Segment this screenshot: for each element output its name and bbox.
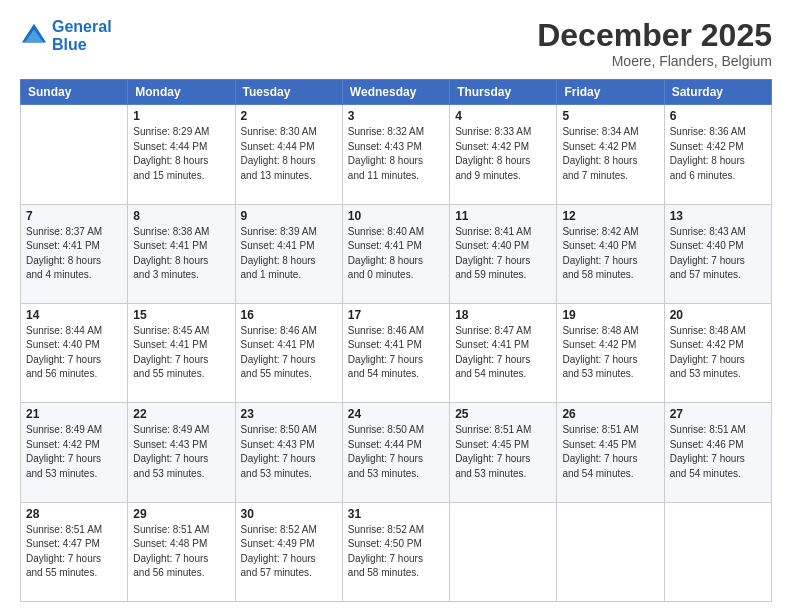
calendar-cell: 5Sunrise: 8:34 AM Sunset: 4:42 PM Daylig… [557,105,664,204]
day-detail: Sunrise: 8:51 AM Sunset: 4:45 PM Dayligh… [455,423,551,481]
day-detail: Sunrise: 8:44 AM Sunset: 4:40 PM Dayligh… [26,324,122,382]
logo-line1: General [52,18,112,36]
week-row-0: 1Sunrise: 8:29 AM Sunset: 4:44 PM Daylig… [21,105,772,204]
calendar-cell [450,502,557,601]
day-number: 16 [241,308,337,322]
day-number: 25 [455,407,551,421]
day-detail: Sunrise: 8:36 AM Sunset: 4:42 PM Dayligh… [670,125,766,183]
day-detail: Sunrise: 8:43 AM Sunset: 4:40 PM Dayligh… [670,225,766,283]
day-detail: Sunrise: 8:51 AM Sunset: 4:47 PM Dayligh… [26,523,122,581]
calendar-cell: 14Sunrise: 8:44 AM Sunset: 4:40 PM Dayli… [21,303,128,402]
day-number: 3 [348,109,444,123]
day-number: 9 [241,209,337,223]
day-number: 13 [670,209,766,223]
day-detail: Sunrise: 8:38 AM Sunset: 4:41 PM Dayligh… [133,225,229,283]
day-number: 22 [133,407,229,421]
day-detail: Sunrise: 8:34 AM Sunset: 4:42 PM Dayligh… [562,125,658,183]
day-number: 2 [241,109,337,123]
calendar-cell [21,105,128,204]
day-number: 8 [133,209,229,223]
day-detail: Sunrise: 8:32 AM Sunset: 4:43 PM Dayligh… [348,125,444,183]
day-number: 26 [562,407,658,421]
day-detail: Sunrise: 8:51 AM Sunset: 4:48 PM Dayligh… [133,523,229,581]
day-detail: Sunrise: 8:46 AM Sunset: 4:41 PM Dayligh… [241,324,337,382]
day-detail: Sunrise: 8:51 AM Sunset: 4:46 PM Dayligh… [670,423,766,481]
day-number: 5 [562,109,658,123]
logo-line2: Blue [52,36,112,54]
calendar-cell: 6Sunrise: 8:36 AM Sunset: 4:42 PM Daylig… [664,105,771,204]
day-detail: Sunrise: 8:48 AM Sunset: 4:42 PM Dayligh… [670,324,766,382]
calendar-cell: 21Sunrise: 8:49 AM Sunset: 4:42 PM Dayli… [21,403,128,502]
day-number: 31 [348,507,444,521]
day-detail: Sunrise: 8:30 AM Sunset: 4:44 PM Dayligh… [241,125,337,183]
calendar-cell: 7Sunrise: 8:37 AM Sunset: 4:41 PM Daylig… [21,204,128,303]
calendar-cell: 2Sunrise: 8:30 AM Sunset: 4:44 PM Daylig… [235,105,342,204]
calendar-cell: 22Sunrise: 8:49 AM Sunset: 4:43 PM Dayli… [128,403,235,502]
calendar-cell: 9Sunrise: 8:39 AM Sunset: 4:41 PM Daylig… [235,204,342,303]
day-number: 4 [455,109,551,123]
calendar-cell: 12Sunrise: 8:42 AM Sunset: 4:40 PM Dayli… [557,204,664,303]
day-detail: Sunrise: 8:50 AM Sunset: 4:44 PM Dayligh… [348,423,444,481]
day-number: 11 [455,209,551,223]
day-detail: Sunrise: 8:50 AM Sunset: 4:43 PM Dayligh… [241,423,337,481]
calendar-cell: 31Sunrise: 8:52 AM Sunset: 4:50 PM Dayli… [342,502,449,601]
day-number: 7 [26,209,122,223]
day-detail: Sunrise: 8:37 AM Sunset: 4:41 PM Dayligh… [26,225,122,283]
day-detail: Sunrise: 8:52 AM Sunset: 4:49 PM Dayligh… [241,523,337,581]
day-detail: Sunrise: 8:39 AM Sunset: 4:41 PM Dayligh… [241,225,337,283]
calendar-cell [557,502,664,601]
day-number: 21 [26,407,122,421]
weekday-header-monday: Monday [128,80,235,105]
calendar-cell: 18Sunrise: 8:47 AM Sunset: 4:41 PM Dayli… [450,303,557,402]
day-detail: Sunrise: 8:49 AM Sunset: 4:42 PM Dayligh… [26,423,122,481]
header: General Blue December 2025 Moere, Flande… [20,18,772,69]
day-number: 12 [562,209,658,223]
calendar-cell: 27Sunrise: 8:51 AM Sunset: 4:46 PM Dayli… [664,403,771,502]
calendar-cell: 4Sunrise: 8:33 AM Sunset: 4:42 PM Daylig… [450,105,557,204]
weekday-header-sunday: Sunday [21,80,128,105]
calendar-cell: 17Sunrise: 8:46 AM Sunset: 4:41 PM Dayli… [342,303,449,402]
calendar-cell: 3Sunrise: 8:32 AM Sunset: 4:43 PM Daylig… [342,105,449,204]
day-detail: Sunrise: 8:29 AM Sunset: 4:44 PM Dayligh… [133,125,229,183]
main-title: December 2025 [537,18,772,53]
weekday-header-wednesday: Wednesday [342,80,449,105]
week-row-1: 7Sunrise: 8:37 AM Sunset: 4:41 PM Daylig… [21,204,772,303]
day-detail: Sunrise: 8:41 AM Sunset: 4:40 PM Dayligh… [455,225,551,283]
day-number: 1 [133,109,229,123]
day-number: 29 [133,507,229,521]
calendar-cell: 26Sunrise: 8:51 AM Sunset: 4:45 PM Dayli… [557,403,664,502]
day-detail: Sunrise: 8:47 AM Sunset: 4:41 PM Dayligh… [455,324,551,382]
day-number: 14 [26,308,122,322]
day-number: 19 [562,308,658,322]
calendar-cell: 8Sunrise: 8:38 AM Sunset: 4:41 PM Daylig… [128,204,235,303]
day-number: 20 [670,308,766,322]
week-row-4: 28Sunrise: 8:51 AM Sunset: 4:47 PM Dayli… [21,502,772,601]
calendar-cell: 19Sunrise: 8:48 AM Sunset: 4:42 PM Dayli… [557,303,664,402]
calendar-cell: 15Sunrise: 8:45 AM Sunset: 4:41 PM Dayli… [128,303,235,402]
title-section: December 2025 Moere, Flanders, Belgium [537,18,772,69]
day-number: 10 [348,209,444,223]
day-number: 15 [133,308,229,322]
day-number: 6 [670,109,766,123]
calendar-cell: 1Sunrise: 8:29 AM Sunset: 4:44 PM Daylig… [128,105,235,204]
calendar-cell: 16Sunrise: 8:46 AM Sunset: 4:41 PM Dayli… [235,303,342,402]
calendar-cell: 11Sunrise: 8:41 AM Sunset: 4:40 PM Dayli… [450,204,557,303]
page: General Blue December 2025 Moere, Flande… [0,0,792,612]
day-detail: Sunrise: 8:45 AM Sunset: 4:41 PM Dayligh… [133,324,229,382]
day-number: 28 [26,507,122,521]
day-detail: Sunrise: 8:51 AM Sunset: 4:45 PM Dayligh… [562,423,658,481]
calendar-cell: 29Sunrise: 8:51 AM Sunset: 4:48 PM Dayli… [128,502,235,601]
calendar-cell: 20Sunrise: 8:48 AM Sunset: 4:42 PM Dayli… [664,303,771,402]
calendar-cell: 24Sunrise: 8:50 AM Sunset: 4:44 PM Dayli… [342,403,449,502]
calendar-cell [664,502,771,601]
calendar-cell: 30Sunrise: 8:52 AM Sunset: 4:49 PM Dayli… [235,502,342,601]
day-number: 24 [348,407,444,421]
calendar-cell: 28Sunrise: 8:51 AM Sunset: 4:47 PM Dayli… [21,502,128,601]
weekday-header-saturday: Saturday [664,80,771,105]
day-number: 18 [455,308,551,322]
calendar-cell: 10Sunrise: 8:40 AM Sunset: 4:41 PM Dayli… [342,204,449,303]
day-detail: Sunrise: 8:46 AM Sunset: 4:41 PM Dayligh… [348,324,444,382]
day-detail: Sunrise: 8:49 AM Sunset: 4:43 PM Dayligh… [133,423,229,481]
weekday-header-tuesday: Tuesday [235,80,342,105]
day-number: 23 [241,407,337,421]
